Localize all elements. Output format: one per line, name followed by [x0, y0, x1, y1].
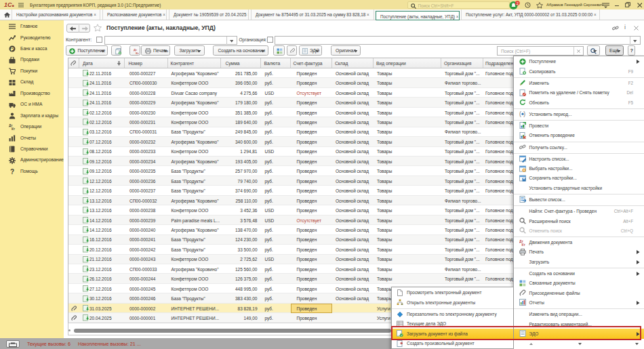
- svg-text:Кт: Кт: [522, 243, 526, 246]
- svg-text:): ): [523, 110, 525, 117]
- svg-text:Кт: Кт: [136, 52, 139, 54]
- svg-text:2: 2: [517, 1, 519, 5]
- svg-text:Кт: Кт: [12, 127, 16, 131]
- svg-text:₽: ₽: [11, 47, 14, 52]
- svg-text:(: (: [519, 110, 521, 117]
- svg-text:?: ?: [10, 168, 14, 175]
